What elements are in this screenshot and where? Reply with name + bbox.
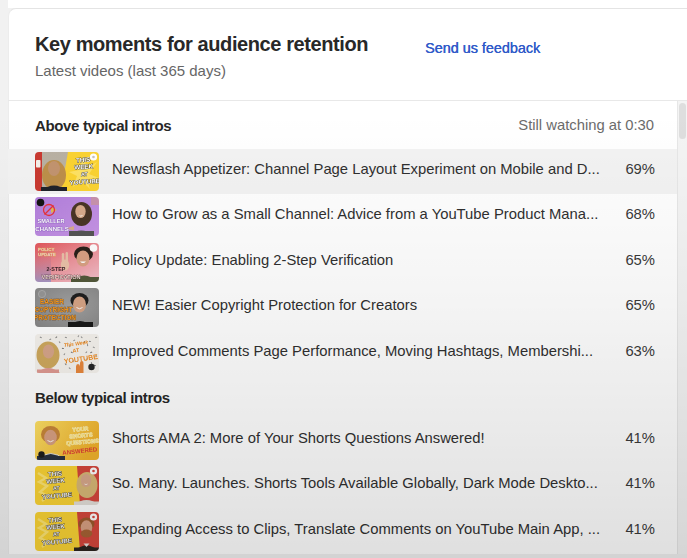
- svg-text:WEEK: WEEK: [74, 162, 94, 170]
- svg-text:AT: AT: [81, 170, 89, 177]
- svg-text:2-STEP: 2-STEP: [47, 266, 66, 272]
- svg-text:POLICY: POLICY: [38, 246, 54, 251]
- svg-text:AT: AT: [53, 530, 61, 537]
- svg-text:PROTECTION: PROTECTION: [35, 314, 76, 321]
- svg-text:CHANNELS: CHANNELS: [35, 226, 68, 232]
- svg-text:UPDATE: UPDATE: [38, 252, 56, 257]
- svg-text:EASIER: EASIER: [40, 298, 64, 305]
- svg-text:VERIFICATION: VERIFICATION: [41, 273, 80, 279]
- svg-text:COPYRIGHT: COPYRIGHT: [35, 306, 73, 313]
- svg-text:AT: AT: [53, 485, 61, 492]
- svg-text:SMALLER: SMALLER: [37, 218, 64, 224]
